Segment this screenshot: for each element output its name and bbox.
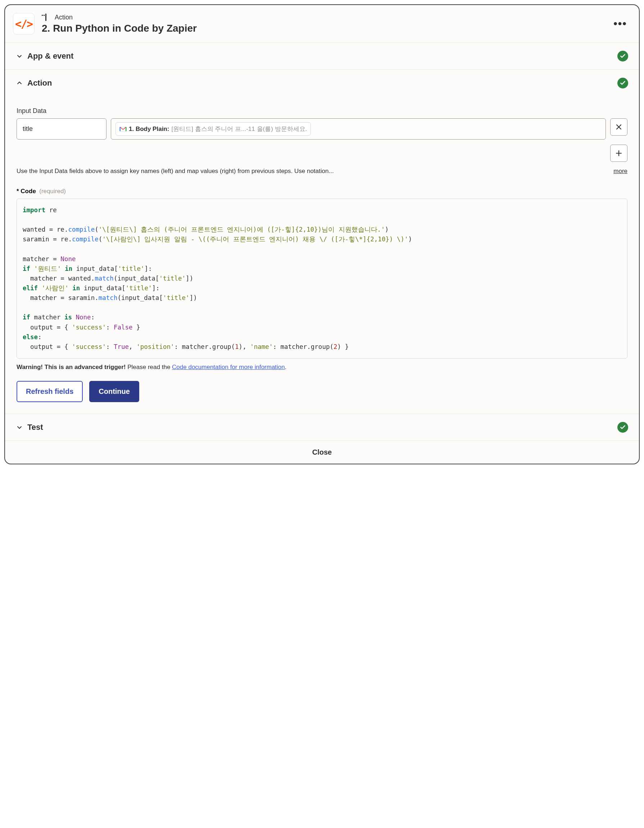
chevron-down-icon bbox=[16, 424, 23, 431]
section-app-event[interactable]: App & event bbox=[5, 43, 639, 70]
more-menu-button[interactable]: ••• bbox=[613, 16, 628, 31]
close-button[interactable]: Close bbox=[5, 441, 639, 464]
chevron-up-icon bbox=[16, 80, 23, 87]
code-label-required: (required) bbox=[39, 188, 66, 194]
x-icon bbox=[616, 124, 622, 130]
warning-period: . bbox=[285, 364, 287, 370]
ellipsis-icon: ••• bbox=[613, 17, 627, 30]
step-type-label: Action bbox=[55, 14, 73, 21]
add-row-container bbox=[17, 144, 627, 162]
step-editor-panel: </> Action 2. Run Python in Code by Zapi… bbox=[4, 4, 640, 464]
section-title-test: Test bbox=[27, 423, 617, 432]
svg-rect-2 bbox=[46, 14, 46, 21]
path-icon bbox=[42, 14, 51, 21]
section-action[interactable]: Action bbox=[5, 70, 639, 96]
mapped-token[interactable]: 1. Body Plain: [원티드] 홉스의 주니어 프...-11 을(를… bbox=[116, 122, 311, 136]
warning-text: Warning! This is an advanced trigger! Pl… bbox=[17, 364, 627, 371]
header-label-row: Action bbox=[42, 14, 613, 21]
more-link[interactable]: more bbox=[613, 168, 627, 175]
warning-mid: Please read the bbox=[126, 364, 172, 370]
section-title-app-event: App & event bbox=[27, 52, 617, 61]
input-value-field[interactable]: 1. Body Plain: [원티드] 홉스의 주니어 프...-11 을(를… bbox=[111, 118, 606, 140]
continue-button[interactable]: Continue bbox=[89, 381, 139, 402]
status-complete-icon bbox=[617, 422, 628, 433]
token-preview: [원티드] 홉스의 주니어 프...-11 을(를) 방문하세요. bbox=[171, 125, 307, 133]
code-field-label: * Code (required) bbox=[17, 188, 627, 195]
input-data-help: Use the Input Data fields above to assig… bbox=[17, 168, 605, 175]
code-docs-link[interactable]: Code documentation for more information bbox=[172, 364, 285, 370]
button-row: Refresh fields Continue bbox=[17, 381, 627, 402]
section-title-action: Action bbox=[27, 78, 617, 88]
input-data-label: Input Data bbox=[17, 107, 627, 115]
remove-row-button[interactable] bbox=[610, 118, 627, 136]
header-text: Action 2. Run Python in Code by Zapier bbox=[42, 14, 613, 34]
plus-icon bbox=[615, 150, 622, 157]
gmail-icon bbox=[119, 126, 127, 132]
action-body: Input Data 1. Body Plain: [원티드] 홉스의 주니어 … bbox=[5, 96, 639, 414]
status-complete-icon bbox=[617, 78, 628, 88]
app-icon-code: </> bbox=[13, 13, 35, 34]
step-header: </> Action 2. Run Python in Code by Zapi… bbox=[5, 5, 639, 43]
code-brackets-icon: </> bbox=[15, 17, 32, 30]
code-label-text: * Code bbox=[17, 188, 36, 194]
add-row-button[interactable] bbox=[610, 144, 627, 162]
status-complete-icon bbox=[617, 51, 628, 61]
refresh-fields-button[interactable]: Refresh fields bbox=[17, 381, 83, 402]
input-key-field[interactable] bbox=[17, 118, 107, 140]
help-row: Use the Input Data fields above to assig… bbox=[17, 168, 627, 175]
svg-rect-0 bbox=[42, 15, 43, 16]
warning-bold: Warning! This is an advanced trigger! bbox=[17, 364, 126, 370]
svg-rect-1 bbox=[44, 15, 45, 16]
chevron-down-icon bbox=[16, 53, 23, 60]
section-test[interactable]: Test bbox=[5, 414, 639, 441]
step-title: 2. Run Python in Code by Zapier bbox=[42, 23, 613, 34]
input-data-row: 1. Body Plain: [원티드] 홉스의 주니어 프...-11 을(를… bbox=[17, 118, 627, 140]
token-label: 1. Body Plain: bbox=[129, 125, 169, 133]
code-editor[interactable]: import re wanted = re.compile('\[원티드\] 홉… bbox=[17, 199, 627, 359]
